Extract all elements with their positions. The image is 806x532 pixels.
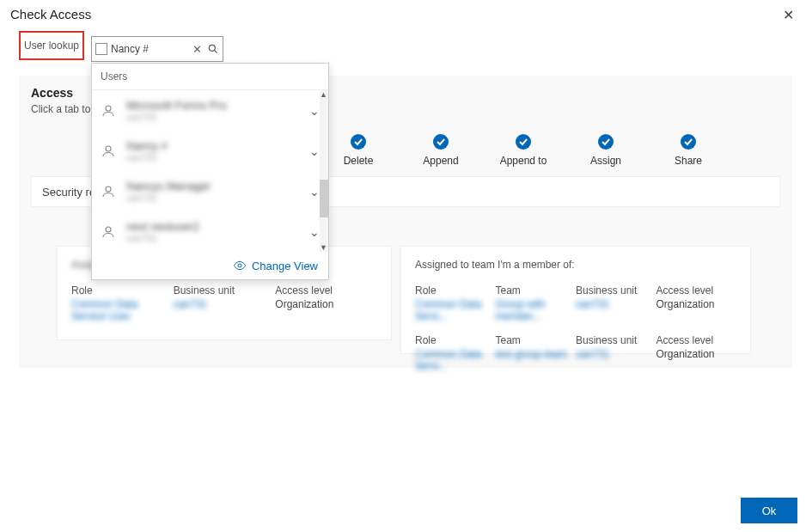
- clear-tag-icon[interactable]: ✕: [192, 43, 202, 56]
- dd-sub: can731: [126, 193, 309, 203]
- scroll-up-icon[interactable]: ▲: [320, 90, 327, 99]
- col-bu-value[interactable]: can731: [174, 298, 276, 310]
- col-team-header: Team: [496, 284, 577, 297]
- permission-label: Append: [423, 155, 458, 167]
- col-role-header: Role: [415, 334, 496, 346]
- col-bu-value[interactable]: can731: [576, 298, 656, 310]
- check-icon: [681, 134, 696, 150]
- svg-point-0: [209, 45, 215, 51]
- svg-point-4: [106, 187, 111, 192]
- check-icon: [516, 134, 531, 150]
- check-icon: [433, 134, 449, 150]
- dd-name: Nancy #: [126, 139, 309, 152]
- dd-sub: can731: [126, 112, 309, 122]
- permission-assign: Assign: [583, 134, 629, 167]
- check-icon: [598, 134, 614, 150]
- col-al-value: Organization: [656, 298, 737, 310]
- col-bu-header: Business unit: [576, 284, 656, 297]
- access-subtitle: Click a tab to: [31, 103, 90, 115]
- permission-append-to: Append to: [500, 134, 546, 167]
- dropdown-item[interactable]: Nancy #can731 ⌄: [92, 131, 328, 171]
- dd-sub: can731: [126, 152, 309, 162]
- col-al-header: Access level: [275, 284, 377, 297]
- svg-line-1: [215, 51, 217, 53]
- svg-point-6: [238, 264, 241, 267]
- chevron-down-icon[interactable]: ⌄: [309, 185, 320, 199]
- col-al-value: Organization: [275, 298, 377, 310]
- dd-sub: can731: [126, 233, 309, 243]
- col-al-header: Access level: [656, 334, 737, 346]
- scroll-thumb[interactable]: [320, 180, 328, 217]
- access-heading: Access: [31, 86, 73, 100]
- tab-label: Security rol: [42, 186, 98, 199]
- search-icon[interactable]: [207, 43, 219, 55]
- col-bu-header: Business unit: [576, 334, 656, 346]
- change-view-link[interactable]: Change View: [252, 260, 318, 272]
- col-team-value[interactable]: Group with member...: [496, 298, 577, 322]
- svg-point-3: [106, 146, 111, 151]
- scrollbar[interactable]: ▲ ▼: [320, 90, 328, 252]
- panel-title: Assigned to team I'm a member of:: [415, 259, 736, 271]
- svg-point-5: [106, 227, 111, 232]
- col-bu-header: Business unit: [174, 284, 276, 297]
- person-icon: [101, 144, 116, 159]
- col-role-value[interactable]: Common Data Service User: [71, 298, 174, 322]
- ok-button[interactable]: Ok: [741, 498, 797, 523]
- dropdown-item[interactable]: Microsoft Forms Procan731 ⌄: [92, 90, 328, 131]
- permissions-row: Delete Append Append to Assign Share: [335, 134, 711, 167]
- col-role-value[interactable]: Common Data Servi...: [415, 298, 496, 322]
- dialog-title: Check Access: [10, 7, 91, 21]
- dropdown-item[interactable]: Nancys Managercan731 ⌄: [92, 171, 328, 211]
- chevron-down-icon[interactable]: ⌄: [309, 144, 320, 158]
- dropdown-footer: Change View: [92, 252, 328, 279]
- person-icon: [101, 103, 116, 119]
- permission-label: Append to: [500, 155, 547, 167]
- col-al-header: Access level: [656, 284, 737, 297]
- permission-delete: Delete: [335, 134, 382, 167]
- col-bu-value[interactable]: can731: [576, 348, 656, 360]
- eye-icon: [233, 259, 247, 272]
- assigned-team-panel: Assigned to team I'm a member of: Role C…: [400, 246, 751, 354]
- user-lookup-label: User lookup: [24, 40, 79, 52]
- close-icon[interactable]: ✕: [783, 7, 794, 23]
- user-lookup-field[interactable]: Nancy # ✕: [91, 36, 223, 62]
- chevron-down-icon[interactable]: ⌄: [309, 225, 320, 239]
- person-icon: [101, 224, 116, 240]
- col-role-header: Role: [415, 284, 496, 297]
- permission-label: Share: [675, 155, 702, 167]
- col-role-header: Role: [71, 284, 174, 297]
- permission-share: Share: [665, 134, 711, 167]
- dd-name: Nancys Manager: [126, 180, 309, 193]
- svg-point-2: [106, 106, 111, 111]
- col-role-value[interactable]: Common Data Servi...: [415, 348, 496, 372]
- chevron-down-icon[interactable]: ⌄: [309, 104, 320, 118]
- col-team-header: Team: [496, 334, 577, 346]
- person-icon: [101, 184, 116, 199]
- dropdown-header: Users: [92, 64, 328, 90]
- dropdown-body: Microsoft Forms Procan731 ⌄ Nancy #can73…: [92, 90, 328, 252]
- user-lookup-value: Nancy #: [111, 43, 187, 55]
- dd-name: next nextuser2: [126, 220, 309, 233]
- dropdown-item[interactable]: next nextuser2can731 ⌄: [92, 211, 328, 252]
- check-icon: [351, 134, 366, 150]
- permission-label: Assign: [590, 155, 621, 167]
- permission-append: Append: [418, 134, 464, 167]
- user-lookup-dropdown: Users Microsoft Forms Procan731 ⌄ Nancy …: [91, 63, 329, 280]
- permission-label: Delete: [344, 155, 374, 167]
- user-card-icon: [95, 43, 107, 55]
- col-al-value: Organization: [656, 348, 737, 360]
- scroll-down-icon[interactable]: ▼: [320, 243, 327, 252]
- user-lookup-highlight: User lookup: [19, 31, 84, 60]
- col-team-value[interactable]: test group team: [496, 348, 577, 360]
- dd-name: Microsoft Forms Pro: [126, 99, 309, 112]
